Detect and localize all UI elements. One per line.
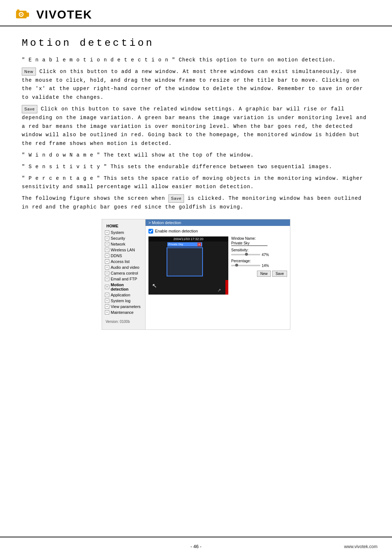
- camera-timestamp: 2004/11/03 17:32:20: [148, 236, 228, 242]
- sidebar-item-wireless[interactable]: + Wireless LAN: [102, 247, 145, 253]
- sensitivity-slider-row: 47%: [231, 253, 287, 257]
- enable-motion-label: Enable motion detection: [155, 229, 198, 233]
- sensitivity-percent: 47%: [262, 253, 271, 257]
- paragraph-1: " E n a b l e m o t i o n d e t e c t i …: [22, 56, 370, 65]
- expand-icon: +: [105, 271, 109, 275]
- paragraph-5: " S e n s i t i v i t y " This sets the …: [22, 163, 370, 171]
- detection-window-close[interactable]: x: [197, 243, 201, 246]
- sidebar-item-motion[interactable]: + Motion detection: [102, 282, 145, 292]
- percentage-row: Percentage: 14%: [231, 259, 287, 268]
- vivotek-logo-icon: [15, 7, 33, 22]
- percentage-slider-thumb[interactable]: [235, 264, 238, 267]
- expand-icon: +: [105, 277, 109, 281]
- percentage-slider-row: 14%: [231, 264, 287, 268]
- sidebar-item-network[interactable]: + Network: [102, 241, 145, 247]
- expand-icon: +: [105, 293, 109, 297]
- new-button-inline[interactable]: New: [22, 68, 36, 76]
- svg-point-3: [21, 14, 22, 15]
- camera-settings-row: 2004/11/03 17:32:20 Private Sky x ↖ ↗: [148, 236, 287, 295]
- main-content: Motion detection " E n a b l e m o t i o…: [0, 27, 392, 348]
- cursor-icon-2: ↗: [217, 288, 221, 293]
- sidebar: HOME + System + Security + Network + Wir…: [102, 219, 146, 329]
- window-name-row: Window Name: Private Sky: [231, 236, 287, 246]
- svg-rect-4: [25, 13, 29, 17]
- expand-icon: +: [105, 265, 109, 270]
- detection-window-name: Private Sky: [168, 243, 183, 246]
- sidebar-item-system-log[interactable]: + System log: [102, 298, 145, 304]
- paragraph-6: " P e r c e n t a g e " This sets the sp…: [22, 174, 370, 192]
- sensitivity-slider-thumb[interactable]: [245, 253, 248, 256]
- expand-icon: +: [105, 236, 109, 240]
- sidebar-item-ddns[interactable]: + DDNS: [102, 253, 145, 259]
- page-title: Motion detection: [22, 37, 370, 49]
- expand-icon: +: [105, 259, 109, 264]
- paragraph-7: The following figure shows the screen wh…: [22, 194, 370, 212]
- paragraph-3: Save Click on this button to save the re…: [22, 105, 370, 148]
- website: www.vivotek.com: [344, 544, 377, 549]
- panel-content: Enable motion detection 2004/11/03 17:32…: [146, 226, 290, 297]
- cursor-icon-1: ↖: [152, 282, 157, 289]
- motion-bar-indicator: [225, 280, 228, 295]
- window-name-value: Private Sky: [231, 241, 268, 246]
- main-panel: > Motion detection Enable motion detecti…: [146, 219, 290, 329]
- logo-area: VIVOTEK: [15, 7, 377, 22]
- expand-icon: +: [105, 285, 109, 289]
- save-button-inline[interactable]: Save: [22, 105, 37, 113]
- sidebar-item-security[interactable]: + Security: [102, 235, 145, 241]
- sensitivity-label: Sensitivity:: [231, 248, 287, 252]
- sidebar-item-email-ftp[interactable]: + Email and FTP: [102, 276, 145, 282]
- screenshot-container: HOME + System + Security + Network + Wir…: [102, 219, 290, 330]
- svg-rect-5: [17, 9, 20, 11]
- sidebar-item-view-params[interactable]: + View parameters: [102, 304, 145, 309]
- panel-title-bar: > Motion detection: [146, 219, 290, 226]
- expand-icon: +: [105, 299, 109, 303]
- enable-motion-checkbox[interactable]: [148, 229, 153, 234]
- save-button[interactable]: Save: [272, 271, 287, 277]
- sidebar-item-audio-video[interactable]: + Audio and video: [102, 264, 145, 270]
- bottom-buttons: New Save: [231, 271, 287, 277]
- camera-view: 2004/11/03 17:32:20 Private Sky x ↖ ↗: [148, 236, 228, 295]
- sidebar-item-camera-control[interactable]: + Camera control: [102, 270, 145, 276]
- sidebar-version: Version: 0100b: [102, 317, 145, 327]
- percentage-percent: 14%: [262, 264, 271, 268]
- save-button-inline2[interactable]: Save: [168, 194, 184, 203]
- logo-text: VIVOTEK: [36, 8, 92, 21]
- enable-motion-row: Enable motion detection: [148, 229, 287, 234]
- footer: - 46 - www.vivotek.com: [0, 536, 392, 555]
- expand-icon: +: [105, 230, 109, 235]
- paragraph-2: New Click on this button to add a new wi…: [22, 68, 370, 102]
- sensitivity-slider-track[interactable]: [231, 254, 260, 255]
- percentage-slider-track[interactable]: [231, 265, 260, 266]
- sensitivity-row: Sensitivity: 47%: [231, 248, 287, 257]
- percentage-label: Percentage:: [231, 259, 287, 263]
- sidebar-item-access-list[interactable]: + Access list: [102, 259, 145, 264]
- expand-icon: +: [105, 304, 109, 309]
- sidebar-item-maintenance[interactable]: + Maintenance: [102, 309, 145, 315]
- page-number: - 46 -: [135, 544, 256, 549]
- sidebar-item-application[interactable]: + Application: [102, 292, 145, 298]
- settings-panel: Window Name: Private Sky Sensitivity: 47…: [231, 236, 287, 277]
- expand-icon: +: [105, 254, 109, 258]
- detection-window[interactable]: Private Sky x: [167, 247, 203, 276]
- header: VIVOTEK: [0, 0, 392, 27]
- new-button[interactable]: New: [257, 271, 271, 277]
- sidebar-home[interactable]: HOME: [102, 222, 145, 230]
- paragraph-4: " W i n d o w N a m e " The text will sh…: [22, 151, 370, 160]
- window-name-label: Window Name:: [231, 236, 287, 240]
- expand-icon: +: [105, 242, 109, 246]
- expand-icon: +: [105, 310, 109, 315]
- detection-window-titlebar[interactable]: Private Sky x: [167, 242, 202, 247]
- sidebar-item-system[interactable]: + System: [102, 230, 145, 235]
- expand-icon: +: [105, 248, 109, 252]
